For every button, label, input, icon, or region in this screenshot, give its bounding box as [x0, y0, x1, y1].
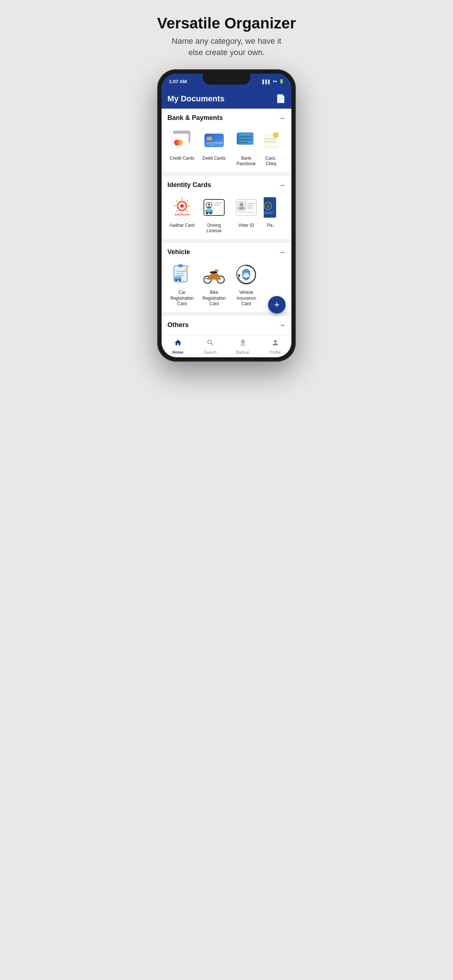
svg-rect-51: [264, 212, 274, 213]
graduation-icon: [201, 334, 227, 335]
svg-point-61: [179, 279, 181, 281]
driving-license-label: Driving License: [199, 223, 229, 234]
driving-license-svg: [203, 196, 226, 219]
svg-line-24: [176, 200, 178, 202]
svg-rect-10: [239, 139, 252, 140]
item-wedding[interactable]: [231, 334, 261, 335]
phone-screen: 1:07 AM ▌▌▌ ▾▾ 🔋 My Documents 📄 Bank & P…: [161, 74, 292, 357]
svg-text:AADHAAR: AADHAAR: [175, 213, 190, 216]
bike-registration-icon: [201, 261, 227, 288]
aadhaar-icon: AADHAAR: [169, 194, 195, 221]
item-debit-cards[interactable]: Debit Cards: [199, 127, 229, 167]
section-header-vehicle: Vehicle →: [167, 248, 286, 256]
search-icon: [206, 339, 214, 349]
svg-rect-44: [247, 203, 254, 204]
item-cancelled-cheque[interactable]: Canc. Cheq: [264, 127, 278, 167]
driving-license-icon: [201, 194, 227, 221]
svg-point-30: [208, 204, 210, 205]
item-graduation[interactable]: [199, 334, 229, 335]
svg-point-26: [180, 204, 184, 208]
nav-profile[interactable]: Profile: [259, 335, 292, 357]
section-header-bank: Bank & Payments →: [167, 114, 286, 122]
svg-rect-9: [239, 136, 252, 137]
nav-search[interactable]: Search: [194, 335, 226, 357]
bank-arrow[interactable]: →: [278, 114, 286, 122]
item-bike-registration[interactable]: Bike Registration Card: [199, 261, 229, 307]
svg-point-36: [206, 212, 208, 215]
credit-card-svg: [170, 129, 194, 152]
car-registration-icon: [169, 261, 195, 288]
backup-label: Backup: [236, 350, 249, 355]
section-identity-cards: Identity Cards →: [161, 176, 292, 239]
passport-icon: 🌿: [264, 194, 278, 221]
item-baby[interactable]: [167, 334, 196, 335]
svg-rect-47: [238, 212, 255, 213]
svg-line-20: [186, 210, 187, 212]
debit-cards-label: Debit Cards: [203, 156, 225, 162]
section-title-identity: Identity Cards: [167, 181, 211, 189]
identity-items-row: AADHAAR Aadhar Card: [167, 194, 286, 234]
item-driving-license[interactable]: Driving License: [199, 194, 229, 234]
app-bar: My Documents 📄: [161, 90, 292, 109]
page-subtitle: Name any category, we have itelse create…: [157, 36, 296, 58]
svg-rect-6: [205, 142, 223, 144]
section-title-bank: Bank & Payments: [167, 114, 223, 122]
item-passport[interactable]: 🌿 Pa..: [264, 194, 278, 234]
voter-id-icon: [233, 194, 259, 221]
notch: [203, 74, 250, 84]
svg-rect-48: [264, 197, 276, 218]
passport-svg: 🌿: [264, 196, 278, 219]
aadhaar-svg: AADHAAR: [170, 196, 194, 219]
item-vehicle-insurance[interactable]: Vehicle Insurance Card: [231, 261, 261, 307]
bank-passbook-label: Bank Passbook: [231, 156, 261, 167]
scroll-content[interactable]: Bank & Payments →: [161, 109, 292, 335]
vehicle-insurance-svg: [234, 263, 258, 286]
item-credit-cards[interactable]: Credit Cards: [167, 127, 196, 167]
search-label: Search: [204, 350, 217, 355]
item-bank-passbook[interactable]: Bank Passbook: [231, 127, 261, 167]
svg-rect-56: [176, 273, 183, 274]
status-icons: ▌▌▌ ▾▾ 🔋: [263, 79, 284, 84]
credit-cards-label: Credit Cards: [170, 156, 194, 162]
wifi-icon: ▾▾: [273, 79, 277, 84]
cancelled-cheque-label: Canc. Cheq: [264, 156, 278, 167]
home-icon: [174, 339, 182, 349]
svg-rect-54: [179, 264, 183, 267]
section-title-others: Others: [167, 321, 188, 329]
svg-point-60: [175, 279, 177, 281]
identity-arrow[interactable]: →: [278, 181, 286, 189]
phone-frame: 1:07 AM ▌▌▌ ▾▾ 🔋 My Documents 📄 Bank & P…: [157, 69, 296, 362]
bike-registration-label: Bike Registration Card: [199, 290, 229, 307]
backup-icon: [239, 339, 247, 349]
bike-svg: [203, 263, 226, 286]
nav-backup[interactable]: Backup: [226, 335, 259, 357]
bank-passbook-icon: [233, 127, 259, 153]
vehicle-insurance-icon: [233, 261, 259, 288]
fab-button[interactable]: +: [268, 296, 286, 313]
page-header: Versatile Organizer Name any category, w…: [157, 14, 296, 58]
debit-card-svg: [203, 129, 226, 152]
svg-rect-16: [273, 132, 278, 138]
svg-point-66: [210, 271, 217, 274]
others-arrow[interactable]: →: [278, 321, 286, 329]
svg-rect-33: [214, 205, 220, 205]
status-time: 1:07 AM: [169, 79, 187, 84]
svg-rect-55: [176, 271, 185, 272]
vehicle-insurance-label: Vehicle Insurance Card: [231, 290, 261, 307]
document-icon[interactable]: 📄: [276, 94, 286, 103]
item-voter-id[interactable]: Voter ID: [231, 194, 261, 234]
vehicle-arrow[interactable]: →: [278, 248, 286, 256]
bottom-nav: Home Search Backup Profile: [161, 335, 292, 357]
nav-home[interactable]: Home: [161, 335, 194, 357]
svg-text:🌿: 🌿: [266, 205, 270, 208]
svg-rect-7: [207, 145, 214, 145]
bank-items-row: Credit Cards: [167, 127, 286, 167]
passport-label: Pa..: [267, 223, 274, 229]
car-registration-label: Car Registration Card: [167, 290, 196, 307]
item-car-registration[interactable]: Car Registration Card: [167, 261, 196, 307]
item-aadhar-card[interactable]: AADHAAR Aadhar Card: [167, 194, 196, 234]
vehicle-items-row: Car Registration Card: [167, 261, 286, 307]
aadhar-card-label: Aadhar Card: [170, 223, 195, 229]
section-bank-payments: Bank & Payments →: [161, 109, 292, 172]
svg-rect-11: [239, 142, 248, 143]
